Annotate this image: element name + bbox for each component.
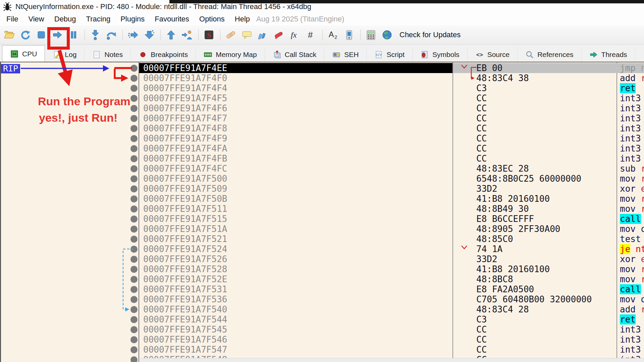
- disasm-instruction[interactable]: mov r: [620, 194, 644, 204]
- step-until-return-icon[interactable]: [143, 28, 156, 41]
- open-folder-icon[interactable]: [3, 28, 15, 41]
- label-icon[interactable]: [257, 28, 269, 41]
- disasm-bytes[interactable]: 48:83C4 38: [453, 73, 616, 83]
- breakpoint-dot[interactable]: [130, 226, 138, 233]
- disasm-bytes[interactable]: 48:83C4 28: [453, 304, 616, 314]
- disasm-bytes[interactable]: CC: [453, 345, 616, 355]
- breakpoint-dot[interactable]: [130, 266, 138, 273]
- step-into-icon[interactable]: [89, 28, 102, 41]
- disasm-bytes[interactable]: CC: [453, 123, 616, 133]
- disasm-instruction[interactable]: int3: [620, 93, 644, 103]
- menu-item-plugins[interactable]: Plugins: [115, 15, 150, 23]
- disasm-instruction[interactable]: int3: [620, 345, 644, 355]
- breakpoint-dot[interactable]: [130, 256, 138, 263]
- disasm-address[interactable]: 00007FFE91A7F524: [139, 244, 452, 254]
- disasm-instruction[interactable]: mov r: [620, 264, 644, 274]
- disasm-address[interactable]: 00007FFE91A7F4F9: [139, 133, 452, 143]
- disasm-instruction[interactable]: mov r: [620, 274, 644, 284]
- tab-notes[interactable]: Notes: [85, 47, 131, 62]
- disasm-bytes[interactable]: 48:8905 2FF30A00: [453, 224, 616, 234]
- disasm-address[interactable]: 00007FFE91A7F544: [139, 314, 452, 324]
- breakpoint-dot[interactable]: [130, 346, 138, 353]
- disasm-bytes[interactable]: CC: [453, 133, 616, 143]
- disasm-address[interactable]: 00007FFE91A7F4F7: [139, 113, 452, 123]
- disasm-instruction[interactable]: mov r: [620, 174, 644, 184]
- disasm-address[interactable]: 00007FFE91A7F4EE: [139, 63, 452, 73]
- disasm-bytes[interactable]: 6548:8B0C25 60000000: [453, 174, 616, 184]
- disasm-instruction[interactable]: add r: [620, 73, 644, 83]
- disasm-instruction[interactable]: call: [620, 284, 644, 294]
- disasm-bytes[interactable]: 33D2: [453, 184, 616, 194]
- menu-item-file[interactable]: File: [1, 15, 23, 23]
- disasm-instruction[interactable]: ret: [620, 83, 644, 93]
- disasm-address[interactable]: 00007FFE91A7F4F5: [139, 93, 452, 103]
- breakpoint-dot[interactable]: [130, 175, 138, 182]
- disasm-bytes[interactable]: CC: [453, 113, 616, 123]
- disasm-address[interactable]: 00007FFE91A7F540: [139, 304, 452, 314]
- disasm-instruction[interactable]: call: [620, 214, 644, 224]
- tab-references[interactable]: References: [518, 47, 581, 62]
- disasm-instruction[interactable]: xor e: [620, 254, 644, 264]
- fx-icon[interactable]: fx: [289, 28, 302, 41]
- stop-icon[interactable]: [35, 28, 48, 41]
- breakpoint-dot[interactable]: [130, 336, 138, 343]
- disasm-instruction[interactable]: test: [620, 234, 644, 244]
- menu-item-debug[interactable]: Debug: [49, 15, 81, 23]
- disasm-address[interactable]: 00007FFE91A7F51A: [139, 224, 452, 234]
- trace-icon[interactable]: [273, 28, 285, 41]
- disasm-bytes[interactable]: CC: [453, 143, 616, 154]
- disasm-bytes[interactable]: E8 FA2A0500: [453, 284, 616, 294]
- disasm-bytes[interactable]: 41:B8 20160100: [453, 264, 616, 274]
- disasm-address[interactable]: 00007FFE91A7F547: [139, 345, 452, 355]
- disasm-address[interactable]: 00007FFE91A7F500: [139, 174, 452, 184]
- disasm-address[interactable]: 00007FFE91A7F521: [139, 234, 452, 244]
- disasm-bytes[interactable]: 48:83EC 28: [453, 164, 616, 174]
- disasm-instruction[interactable]: int3: [620, 113, 644, 123]
- run-to-user-code-icon[interactable]: [127, 28, 140, 41]
- disasm-address[interactable]: 00007FFE91A7F4FC: [139, 164, 452, 174]
- disasm-address[interactable]: 00007FFE91A7F546: [139, 335, 452, 345]
- execute-till-return-icon[interactable]: [165, 28, 177, 41]
- disasm-instruction[interactable]: mov d: [620, 294, 644, 304]
- disasm-address[interactable]: 00007FFE91A7F4F4: [139, 83, 452, 93]
- horizontal-scrollbar[interactable]: [140, 358, 644, 362]
- breakpoint-dot[interactable]: [130, 65, 138, 72]
- disasm-address[interactable]: 00007FFE91A7F4F0: [139, 73, 452, 83]
- breakpoint-dot[interactable]: [130, 236, 138, 243]
- menu-item-view[interactable]: View: [23, 15, 49, 23]
- disasm-bytes[interactable]: CC: [453, 335, 616, 345]
- disasm-instruction[interactable]: int3: [620, 103, 644, 113]
- breakpoint-dot[interactable]: [130, 185, 138, 192]
- hash-icon[interactable]: #: [305, 28, 318, 41]
- step-over-icon[interactable]: [105, 28, 118, 41]
- disasm-bytes[interactable]: 74 1A: [453, 244, 616, 254]
- disasm-instruction[interactable]: je nt: [620, 244, 644, 254]
- breakpoint-dot[interactable]: [130, 115, 138, 122]
- breakpoint-dot[interactable]: [130, 75, 138, 82]
- phone-icon[interactable]: [343, 28, 356, 41]
- disasm-bytes[interactable]: 33D2: [453, 254, 616, 264]
- breakpoint-dot[interactable]: [130, 306, 138, 313]
- disasm-instruction[interactable]: int3: [620, 133, 644, 143]
- breakpoint-dot[interactable]: [130, 125, 138, 132]
- disasm-bytes[interactable]: C3: [453, 314, 616, 324]
- s-badge-icon[interactable]: S: [203, 28, 215, 41]
- disasm-instruction[interactable]: int3: [620, 324, 644, 335]
- disasm-address[interactable]: 00007FFE91A7F4F6: [139, 103, 452, 113]
- disasm-address[interactable]: 00007FFE91A7F52E: [139, 274, 452, 284]
- disasm-address[interactable]: 00007FFE91A7F536: [139, 294, 452, 304]
- auto-comment-icon[interactable]: A2: [327, 28, 339, 41]
- breakpoint-dot[interactable]: [130, 356, 138, 362]
- disasm-instruction[interactable]: int3: [620, 123, 644, 133]
- comment-icon[interactable]: [240, 28, 253, 41]
- disasm-instruction[interactable]: sub r: [620, 164, 644, 174]
- disasm-bytes[interactable]: CC: [453, 93, 616, 103]
- disasm-address[interactable]: 00007FFE91A7F50B: [139, 194, 452, 204]
- breakpoint-dot[interactable]: [130, 165, 138, 172]
- breakpoint-dot[interactable]: [130, 135, 138, 142]
- disasm-address[interactable]: 00007FFE91A7F528: [139, 264, 452, 274]
- breakpoint-dot[interactable]: [130, 286, 138, 293]
- menu-item-favourites[interactable]: Favourites: [150, 15, 194, 23]
- disasm-instruction[interactable]: add r: [620, 304, 644, 314]
- tab-seh[interactable]: SEH: [324, 47, 367, 62]
